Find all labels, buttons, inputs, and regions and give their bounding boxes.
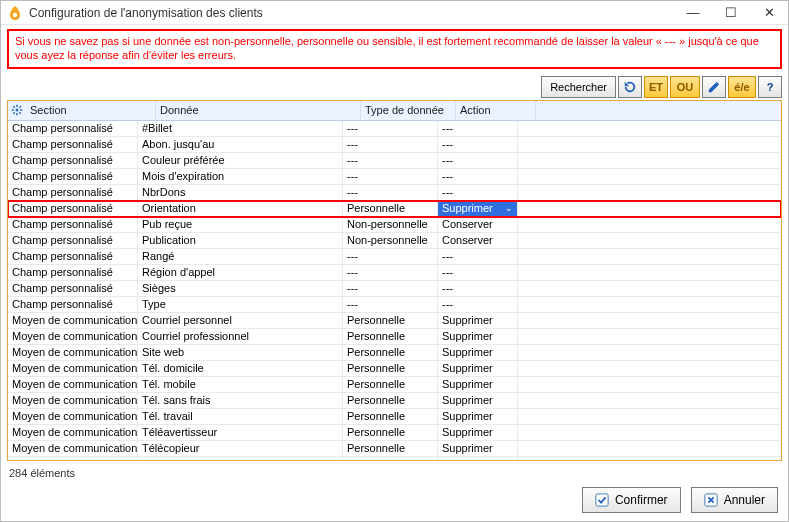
- cell-action[interactable]: Supprimer: [438, 425, 518, 440]
- search-button[interactable]: Rechercher: [541, 76, 616, 98]
- cell-action[interactable]: Supprimer: [438, 393, 518, 408]
- cell-section: Moyen de communication: [8, 361, 138, 376]
- cell-action[interactable]: Supprimer: [438, 409, 518, 424]
- cell-section: Champ personnalisé: [8, 297, 138, 312]
- cell-type: Personnelle: [343, 441, 438, 456]
- table-row[interactable]: Champ personnaliséRégion d'appel------: [8, 265, 781, 281]
- cell-action[interactable]: ---: [438, 169, 518, 184]
- col-header-section[interactable]: Section: [26, 101, 156, 120]
- chevron-down-icon: ⌄: [505, 203, 513, 213]
- table-row[interactable]: Moyen de communicationCourriel personnel…: [8, 313, 781, 329]
- table-row[interactable]: Moyen de communicationCourriel professio…: [8, 329, 781, 345]
- action-value: ---: [442, 138, 453, 150]
- cell-action[interactable]: ---: [438, 457, 518, 461]
- table-row[interactable]: Champ personnaliséType------: [8, 297, 781, 313]
- cell-action[interactable]: ---: [438, 153, 518, 168]
- table-row[interactable]: Champ personnaliséPublicationNon-personn…: [8, 233, 781, 249]
- cell-section: Moyen de communication: [8, 441, 138, 456]
- cell-donnee: Abon. jusqu'au: [138, 137, 343, 152]
- table-row[interactable]: Champ personnaliséAbon. jusqu'au------: [8, 137, 781, 153]
- cell-donnee: NbrDons: [138, 185, 343, 200]
- gear-icon[interactable]: [10, 103, 24, 117]
- grid-header: Section Donnée Type de donnée Action: [8, 101, 781, 121]
- col-header-donnee[interactable]: Donnée: [156, 101, 361, 120]
- table-row[interactable]: Champ personnaliséPub reçueNon-personnel…: [8, 217, 781, 233]
- action-value: ---: [442, 298, 453, 310]
- cell-donnee: Couleur préférée: [138, 153, 343, 168]
- grid-body[interactable]: Champ personnalisé#Billet------Champ per…: [8, 121, 781, 461]
- cell-section: Champ personnalisé: [8, 233, 138, 248]
- edit-icon[interactable]: [702, 76, 726, 98]
- cancel-button[interactable]: Annuler: [691, 487, 778, 513]
- cell-action[interactable]: ---: [438, 185, 518, 200]
- table-row[interactable]: Moyen de communicationTél. domicilePerso…: [8, 361, 781, 377]
- cell-action[interactable]: ---: [438, 121, 518, 136]
- cell-action[interactable]: Supprimer: [438, 329, 518, 344]
- cell-type: ---: [343, 153, 438, 168]
- cell-action[interactable]: Conserver: [438, 233, 518, 248]
- cell-section: Moyen de communication: [8, 425, 138, 440]
- cell-action[interactable]: ---: [438, 281, 518, 296]
- table-row[interactable]: Moyen de communicationTél. mobilePersonn…: [8, 377, 781, 393]
- table-row[interactable]: Champ personnalisé#Billet------: [8, 121, 781, 137]
- cell-action[interactable]: ---: [438, 137, 518, 152]
- cell-action[interactable]: ---: [438, 265, 518, 280]
- cell-type: Non-personnelle: [343, 233, 438, 248]
- table-row[interactable]: Champ personnaliséNbrDons------: [8, 185, 781, 201]
- cell-type: ---: [343, 169, 438, 184]
- cell-donnee: Type: [138, 297, 343, 312]
- help-button[interactable]: ?: [758, 76, 782, 98]
- cell-section: Champ personnalisé: [8, 153, 138, 168]
- cell-donnee: Mois d'expiration: [138, 169, 343, 184]
- accent-toggle-button[interactable]: é/e: [728, 76, 756, 98]
- cell-donnee: Courriel personnel: [138, 313, 343, 328]
- confirm-button[interactable]: Confirmer: [582, 487, 681, 513]
- table-row[interactable]: Champ personnaliséRangé------: [8, 249, 781, 265]
- cell-action[interactable]: ---: [438, 249, 518, 264]
- cell-section: Moyen de communication: [8, 345, 138, 360]
- cell-section: Champ personnalisé: [8, 249, 138, 264]
- cell-type: Personnelle: [343, 393, 438, 408]
- cell-action[interactable]: Conserver: [438, 217, 518, 232]
- refresh-icon[interactable]: [618, 76, 642, 98]
- table-row[interactable]: Moyen de communicationSite webPersonnell…: [8, 345, 781, 361]
- table-row[interactable]: Champ personnaliséOrientationPersonnelle…: [8, 201, 781, 217]
- filter-ou-button[interactable]: OU: [670, 76, 700, 98]
- action-value: Supprimer: [442, 314, 493, 326]
- cell-action[interactable]: Supprimer: [438, 313, 518, 328]
- action-value: Supprimer: [442, 202, 493, 214]
- cell-action[interactable]: Supprimer: [438, 361, 518, 376]
- svg-rect-2: [596, 494, 608, 506]
- cell-type: Personnelle: [343, 377, 438, 392]
- cell-section: Champ personnalisé: [8, 265, 138, 280]
- cell-action[interactable]: Supprimer: [438, 345, 518, 360]
- table-row[interactable]: Champ personnaliséMois d'expiration-----…: [8, 169, 781, 185]
- cell-donnee: Téléavertisseur: [138, 425, 343, 440]
- cell-action[interactable]: Supprimer: [438, 441, 518, 456]
- table-row[interactable]: Champ personnaliséCouleur préférée------: [8, 153, 781, 169]
- action-value: Supprimer: [442, 346, 493, 358]
- table-row[interactable]: Champ personnaliséSièges------: [8, 281, 781, 297]
- cell-action[interactable]: ---: [438, 297, 518, 312]
- maximize-button[interactable]: ☐: [712, 1, 750, 25]
- col-header-action[interactable]: Action: [456, 101, 536, 120]
- minimize-button[interactable]: —: [674, 1, 712, 25]
- table-row[interactable]: Moyen de communicationTél. sans fraisPer…: [8, 393, 781, 409]
- cell-donnee: Pub reçue: [138, 217, 343, 232]
- data-grid: Section Donnée Type de donnée Action Cha…: [7, 100, 782, 462]
- cell-section: Champ personnalisé: [8, 201, 138, 216]
- close-button[interactable]: ✕: [750, 1, 788, 25]
- cell-section: Moyen de communication: [8, 393, 138, 408]
- cell-action[interactable]: Supprimer: [438, 377, 518, 392]
- cell-section: Moyen de communication: [8, 313, 138, 328]
- table-row[interactable]: Moyen de communicationTélécopieurPersonn…: [8, 441, 781, 457]
- table-row[interactable]: Moyen de communicationTéléavertisseurPer…: [8, 425, 781, 441]
- cell-donnee: Tél. domicile: [138, 361, 343, 376]
- table-row[interactable]: Moyen de communicationTél. travailPerson…: [8, 409, 781, 425]
- cell-action[interactable]: Supprimer⌄: [438, 201, 518, 216]
- table-row[interactable]: Type de tâcheAnniversaire------: [8, 457, 781, 461]
- filter-et-button[interactable]: ET: [644, 76, 668, 98]
- cell-type: ---: [343, 297, 438, 312]
- action-value: Supprimer: [442, 442, 493, 454]
- col-header-type[interactable]: Type de donnée: [361, 101, 456, 120]
